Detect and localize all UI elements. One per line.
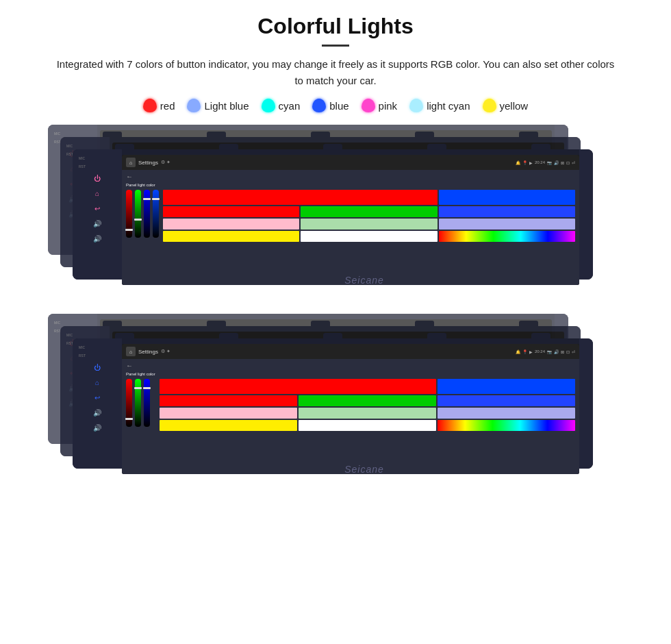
swatch-b-red-wide[interactable] xyxy=(160,379,436,394)
back-button-bottom[interactable]: ← xyxy=(126,362,575,369)
bottom-left-panel-l3: MIC RST ⏻ ⌂ ↩ 🔊 🔊 xyxy=(73,338,122,469)
swatch-b-lavender[interactable] xyxy=(438,408,575,419)
slider-blue-top[interactable] xyxy=(144,190,150,238)
screen-header-left: ⌂ Settings ⚙ ✦ xyxy=(126,158,170,167)
cyan-bulb-icon xyxy=(262,99,275,112)
slider-green-bottom[interactable] xyxy=(135,379,141,427)
swatch-b-yellow1[interactable] xyxy=(160,420,297,431)
color-badge-blue: blue xyxy=(312,99,349,112)
lightblue-label: Light blue xyxy=(204,100,249,112)
panel-title-top: Panel light color xyxy=(126,183,159,187)
radio-layer-3-front: MIC RST ⏻ ⌂ ↩ 🔊 🔊 ⌂ Settings ⚙ ✦ xyxy=(73,149,593,280)
top-radio-mockup: MIC RST ⏻ ⌂ ↩ 🔊 🔊 MIC RST xyxy=(48,125,623,289)
swatch-lavender[interactable] xyxy=(439,219,575,230)
swatch-b-blue1[interactable] xyxy=(438,379,575,394)
swatch-blue2[interactable] xyxy=(439,206,575,217)
swatch-rainbow[interactable] xyxy=(439,231,575,242)
page-title: Colorful Lights xyxy=(21,14,650,39)
page-description: Integrated with 7 colors of button indic… xyxy=(55,56,616,89)
screen-body-bottom: ← Panel light color xyxy=(122,359,579,474)
main-screen-bottom: ⌂ Settings ⚙ ✦ 🔔 📍 ▶ 20:24 📷 🔊 ⊠ xyxy=(122,344,579,474)
yellow-bulb-icon xyxy=(483,99,496,112)
panel-left-bottom: Panel light color xyxy=(126,372,155,471)
top-device-group: MIC RST ⏻ ⌂ ↩ 🔊 🔊 MIC RST xyxy=(21,125,650,310)
swatch-white[interactable] xyxy=(301,231,437,242)
blue-bulb-icon xyxy=(312,99,326,112)
panel-content-top: Panel light color xyxy=(126,183,575,282)
color-swatches-bottom xyxy=(160,379,575,431)
panel-left-top: Panel light color xyxy=(126,183,159,282)
slider-blue-bottom[interactable] xyxy=(144,379,150,427)
color-badge-yellow: yellow xyxy=(483,99,529,112)
red-bulb-icon xyxy=(143,99,157,112)
panel-content-bottom: Panel light color xyxy=(126,372,575,471)
main-screen-top: ⌂ Settings ⚙ ✦ 🔔 📍 ▶ 20:24 📷 🔊 ⊠ xyxy=(122,155,579,285)
panel-right-bottom xyxy=(160,372,575,471)
cyan-label: cyan xyxy=(279,100,301,112)
color-badge-red: red xyxy=(143,99,175,112)
swatch-b-lightgreen[interactable] xyxy=(299,408,436,419)
swatch-b-white[interactable] xyxy=(299,420,436,431)
screen-header-bottom: ⌂ Settings ⚙ ✦ 🔔 📍 ▶ 20:24 📷 🔊 ⊠ xyxy=(122,344,579,359)
screen-time-top: 20:24 xyxy=(535,160,545,164)
swatch-b-blue2[interactable] xyxy=(438,395,575,406)
swatch-red2[interactable] xyxy=(163,206,299,217)
swatch-pink1[interactable] xyxy=(163,219,299,230)
settings-text-bottom: Settings xyxy=(138,349,158,355)
settings-text-top: Settings xyxy=(138,160,158,166)
swatch-b-green1[interactable] xyxy=(299,395,436,406)
bottom-radio-layer-3-front: MIC RST ⏻ ⌂ ↩ 🔊 🔊 ⌂ Settings ⚙ ✦ xyxy=(73,338,593,469)
panel-title-bottom: Panel light color xyxy=(126,372,155,376)
header-divider xyxy=(322,45,349,47)
swatch-b-rainbow[interactable] xyxy=(438,420,575,431)
lightcyan-bulb-icon xyxy=(409,99,423,112)
swatch-b-red2[interactable] xyxy=(160,395,297,406)
bottom-device-group: MIC RST ⏻ ⌂ ↩ 🔊 🔊 MIC RST xyxy=(21,314,650,499)
color-badge-lightcyan: light cyan xyxy=(409,99,470,112)
screen-time-bottom: 20:24 xyxy=(535,349,545,354)
color-badge-lightblue: Light blue xyxy=(187,99,249,112)
page-container: Colorful Lights Integrated with 7 colors… xyxy=(0,0,671,512)
back-button-top[interactable]: ← xyxy=(126,173,575,180)
lightblue-bulb-icon xyxy=(187,99,201,112)
home-icon: ⌂ xyxy=(126,158,136,167)
left-panel-l3-front: MIC RST ⏻ ⌂ ↩ 🔊 🔊 xyxy=(73,149,122,280)
page-header: Colorful Lights Integrated with 7 colors… xyxy=(21,14,650,89)
slider-red-bottom[interactable] xyxy=(126,379,132,427)
red-label: red xyxy=(160,100,175,112)
sliders-top xyxy=(126,190,159,238)
swatch-blue1[interactable] xyxy=(439,190,575,205)
swatch-yellow1[interactable] xyxy=(163,231,299,242)
pink-bulb-icon xyxy=(362,99,375,112)
bottom-radio-mockup: MIC RST ⏻ ⌂ ↩ 🔊 🔊 MIC RST xyxy=(48,314,623,478)
swatch-lightgreen[interactable] xyxy=(301,219,437,230)
blue-label: blue xyxy=(329,100,349,112)
swatch-red-wide[interactable] xyxy=(163,190,438,205)
screen-header-top: ⌂ Settings ⚙ ✦ 🔔 📍 ▶ 20:24 📷 🔊 ⊠ xyxy=(122,155,579,170)
slider-green-top[interactable] xyxy=(135,190,141,238)
yellow-label: yellow xyxy=(500,100,529,112)
lightcyan-label: light cyan xyxy=(427,100,470,112)
color-badge-pink: pink xyxy=(362,99,398,112)
pink-label: pink xyxy=(379,100,398,112)
color-badges-row: red Light blue cyan blue pink light cyan… xyxy=(21,99,650,112)
swatch-green1[interactable] xyxy=(301,206,437,217)
color-swatches-top xyxy=(163,190,575,242)
slider-blue2-top[interactable] xyxy=(153,190,159,238)
screen-header-right-top: 🔔 📍 ▶ 20:24 📷 🔊 ⊠ ⊡ ⏎ xyxy=(516,160,575,165)
swatch-b-pink1[interactable] xyxy=(160,408,297,419)
screen-body-top: ← Panel light color xyxy=(122,170,579,285)
color-badge-cyan: cyan xyxy=(262,99,301,112)
panel-right-top xyxy=(163,183,575,282)
home-icon-bottom: ⌂ xyxy=(126,347,136,356)
screen-header-right-bottom: 🔔 📍 ▶ 20:24 📷 🔊 ⊠ ⊡ ⏎ xyxy=(516,349,575,354)
sliders-bottom xyxy=(126,379,155,427)
screen-header-left-bottom: ⌂ Settings ⚙ ✦ xyxy=(126,347,170,356)
slider-red-top[interactable] xyxy=(126,190,132,238)
